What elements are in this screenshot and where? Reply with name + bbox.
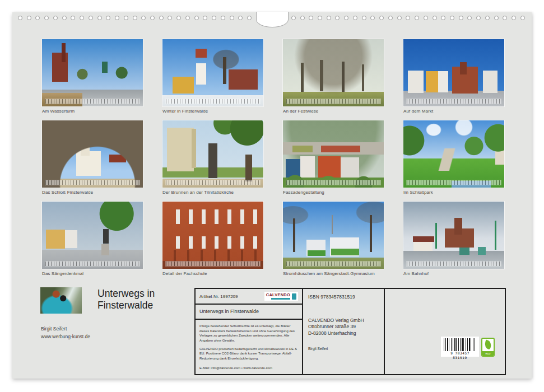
calendar-thumbnail: Auf dem Markt [403, 39, 504, 114]
photo-caption: Das Schloß Finsterwalde [42, 190, 143, 195]
photo-fassadengestaltung [283, 120, 384, 188]
calendar-thumbnail: Am Bahnhof [403, 202, 504, 276]
ean-barcode: 9 783457 831519 [441, 337, 479, 357]
photo-caption: Das Sängerdenkmal [42, 271, 143, 276]
binding-hole [406, 16, 410, 20]
calvendo-calendar-icon [292, 293, 296, 300]
hanger-notch [256, 12, 289, 27]
binding-hole [230, 16, 234, 20]
binding-hole [141, 16, 146, 20]
photo-caption: Winter in Finsterwalde [162, 109, 263, 114]
binding-hole [362, 16, 366, 20]
barcode-area: 9 783457 831519 eco [441, 337, 495, 357]
binding-hole [97, 16, 102, 20]
binding-hole [388, 16, 393, 20]
eco-badge-label: eco [482, 351, 494, 356]
binding-hole [150, 16, 155, 20]
binding-hole [115, 16, 119, 20]
binding-hole [238, 16, 243, 20]
binding-hole [494, 16, 499, 20]
publisher-name: CALVENDO Verlag GmbH [308, 318, 379, 324]
photo-im-schlosspark [403, 120, 504, 188]
calendar-thumbnail: Der Brunnen an der Trinitatiskirche [162, 120, 263, 195]
info-column-middle: ISBN 9783457831519 CALVENDO Verlag GmbH … [303, 289, 385, 374]
binding-hole [176, 16, 181, 20]
calvendo-wordmark: CALVENDO [266, 293, 290, 297]
article-number-row: Artikel-Nr. 1997209 CALVENDO [196, 289, 302, 305]
binding-hole [520, 16, 525, 20]
binding-hole [291, 16, 296, 20]
binding-hole [370, 16, 375, 20]
photo-winter-in-finsterwalde [162, 39, 263, 106]
binding-hole [221, 16, 225, 20]
binding-hole [450, 16, 454, 20]
photo-caption: Am Bahnhof [403, 271, 504, 276]
photo-caption: Der Brunnen an der Trinitatiskirche [162, 190, 263, 195]
calvendo-logo-text-block: CALVENDO [266, 293, 290, 300]
photo-auf-dem-markt [403, 39, 504, 106]
binding-hole [344, 16, 348, 20]
calvendo-tagline-bar [271, 298, 290, 300]
photo-caption: Stromhäuschen am Sängerstadt-Gymnasium [283, 271, 384, 276]
binding-hole [168, 16, 172, 20]
barcode-bars [444, 338, 476, 351]
author-credit: Birgit Seifert [308, 347, 379, 351]
info-column-right: 9 783457 831519 eco [385, 289, 505, 374]
calendar-thumbnail: Das Schloß Finsterwalde [42, 120, 143, 195]
binding-hole [44, 16, 49, 20]
binding-hole [397, 16, 402, 20]
calendar-thumbnail: Das Sängerdenkmal [42, 202, 143, 276]
binding-hole [89, 16, 93, 20]
calendar-back-page: Am Wasserturm Winter in Finsterwalde An … [0, 0, 544, 392]
leaf-icon [483, 340, 492, 350]
binding-hole [27, 16, 31, 20]
binding-hole [512, 16, 516, 20]
calendar-thumbnail: Detail der Fachschule [162, 202, 263, 276]
calendar-thumbnail: Stromhäuschen am Sängerstadt-Gymnasium [283, 202, 384, 276]
contact-line: E-Mail: info@calvendo.com • www.calvendo… [199, 366, 298, 371]
info-column-left: Artikel-Nr. 1997209 CALVENDO Unterwegs i… [196, 289, 303, 374]
photo-das-schloss-finsterwalde [42, 120, 143, 188]
binding-hole [247, 16, 252, 20]
binding-hole [379, 16, 384, 20]
binding-hole [467, 16, 472, 20]
thumbnail-grid: Am Wasserturm Winter in Finsterwalde An … [42, 39, 504, 276]
binding-hole [309, 16, 313, 20]
binding-hole [415, 16, 419, 20]
binding-hole [62, 16, 67, 20]
binding-hole [159, 16, 164, 20]
binding-hole [353, 16, 357, 20]
article-number: Artikel-Nr. 1997209 [199, 294, 238, 299]
publisher-address: CALVENDO Verlag GmbH Ottobrunner Straße … [308, 318, 379, 337]
photo-am-wasserturm [42, 39, 143, 106]
photo-detail-der-fachschule [162, 202, 263, 269]
binding-hole [80, 16, 84, 20]
author-portrait [40, 287, 82, 314]
binding-hole [300, 16, 305, 20]
binding-hole [476, 16, 481, 20]
isbn-number: ISBN 9783457831519 [308, 294, 379, 300]
binding-hole [194, 16, 199, 20]
photo-caption: Im Schloßpark [403, 190, 504, 195]
calendar-thumbnail: Winter in Finsterwalde [162, 39, 263, 114]
binding-hole [133, 16, 137, 20]
photo-caption: An der Festwiese [283, 109, 384, 114]
binding-hole [318, 16, 322, 20]
calendar-thumbnail: Im Schloßpark [403, 120, 504, 195]
barcode-digits: 9 783457 831519 [444, 351, 476, 361]
author-name: Birgit Seifert [41, 326, 67, 332]
publisher-street: Ottobrunner Straße 39 [308, 324, 379, 330]
calendar-sheet: Am Wasserturm Winter in Finsterwalde An … [12, 12, 532, 379]
legal-text-block: Infolge bestehender Schutzrechte ist es … [196, 320, 302, 374]
binding-hole [106, 16, 110, 20]
binding-hole [433, 16, 437, 20]
binding-hole [485, 16, 490, 20]
binding-hole [327, 16, 331, 20]
photo-caption: Detail der Fachschule [162, 271, 263, 276]
binding-hole [335, 16, 340, 20]
photo-saengerdenkmal [42, 202, 143, 269]
binding-hole [71, 16, 75, 20]
binding-hole [203, 16, 207, 20]
binding-hole [35, 16, 40, 20]
binding-hole [459, 16, 463, 20]
